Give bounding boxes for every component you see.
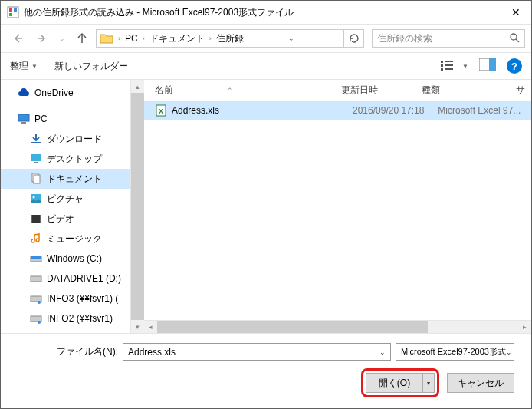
- svg-rect-30: [31, 256, 41, 259]
- forward-button[interactable]: [31, 29, 53, 48]
- scroll-thumb[interactable]: [157, 321, 428, 334]
- scroll-left-icon[interactable]: ◂: [144, 321, 157, 334]
- svg-rect-1: [9, 8, 12, 12]
- back-button[interactable]: [7, 29, 28, 48]
- sidebar-videos[interactable]: ビデオ: [1, 209, 130, 229]
- column-size[interactable]: サ: [510, 84, 531, 97]
- open-button[interactable]: 開く(O): [366, 373, 422, 393]
- horizontal-scrollbar[interactable]: ◂ ▸: [144, 320, 531, 333]
- videos-icon: [30, 213, 42, 225]
- file-type: Microsoft Excel 97...: [432, 105, 531, 116]
- sidebar-pictures[interactable]: ピクチャ: [1, 189, 130, 209]
- cancel-button[interactable]: キャンセル: [447, 373, 514, 393]
- address-bar[interactable]: › PC › ドキュメント › 住所録 ⌄: [96, 29, 364, 48]
- drive-icon: [30, 252, 42, 265]
- sort-asc-icon: ⌃: [227, 87, 233, 94]
- sidebar-scrollbar[interactable]: ▴ ▾: [131, 80, 144, 333]
- sidebar-pc[interactable]: PC: [1, 109, 130, 129]
- chevron-right-icon: ›: [209, 35, 212, 42]
- arrow-right-icon: [35, 31, 49, 45]
- sidebar-downloads[interactable]: ダウンロード: [1, 129, 130, 149]
- column-type[interactable]: 種類: [415, 84, 510, 97]
- open-button-highlight: 開く(O) ▾: [361, 368, 439, 397]
- navigation-bar: ⌄ › PC › ドキュメント › 住所録 ⌄ 住所録の検索: [1, 25, 531, 52]
- svg-rect-28: [40, 215, 41, 223]
- svg-rect-23: [34, 175, 40, 183]
- svg-rect-3: [14, 8, 17, 12]
- breadcrumb-pc[interactable]: PC: [125, 33, 138, 44]
- breadcrumb-folder[interactable]: 住所録: [216, 32, 244, 45]
- svg-point-25: [33, 196, 35, 199]
- scroll-right-icon[interactable]: ▸: [518, 321, 531, 334]
- close-button[interactable]: ✕: [501, 1, 531, 25]
- up-button[interactable]: [71, 29, 93, 48]
- search-placeholder: 住所録の検索: [377, 32, 432, 45]
- titlebar: 他の住所録形式の読み込み - Microsoft Excel97-2003形式フ…: [1, 1, 531, 25]
- network-drive-icon: [30, 332, 42, 333]
- search-icon: [509, 32, 520, 45]
- sidebar-music[interactable]: ミュージック: [1, 229, 130, 249]
- history-dropdown[interactable]: ⌄: [56, 35, 68, 42]
- view-options-button[interactable]: ▼: [441, 60, 468, 72]
- svg-line-8: [516, 39, 519, 42]
- svg-rect-10: [441, 64, 443, 67]
- chevron-right-icon: ›: [118, 35, 120, 42]
- sidebar-system[interactable]: SYSTEM (Z:): [1, 328, 130, 333]
- svg-rect-18: [21, 122, 26, 124]
- arrow-left-icon: [11, 31, 25, 45]
- svg-rect-2: [9, 13, 12, 16]
- navigation-tree: OneDrive PC ダウンロード デスクトップ ドキュメント ピクチャ: [1, 80, 131, 333]
- cloud-icon: [18, 87, 30, 99]
- scroll-thumb[interactable]: [131, 93, 144, 320]
- address-dropdown[interactable]: ⌄: [288, 35, 299, 42]
- sidebar-info3[interactable]: INFO3 (¥¥fsvr1) (: [1, 289, 130, 308]
- list-view-icon: [441, 60, 459, 72]
- svg-point-7: [511, 34, 517, 40]
- svg-rect-11: [441, 68, 443, 71]
- search-input[interactable]: 住所録の検索: [372, 29, 525, 48]
- filename-input[interactable]: Address.xls ⌄: [123, 343, 391, 361]
- preview-pane-icon: [479, 58, 496, 71]
- sidebar-info2[interactable]: INFO2 (¥¥fsvr1): [1, 308, 130, 328]
- help-icon: ?: [511, 61, 517, 72]
- file-row[interactable]: X Address.xls 2016/09/20 17:18 Microsoft…: [144, 101, 531, 120]
- sidebar-ddrive[interactable]: DATADRIVE1 (D:): [1, 269, 130, 289]
- excel-file-icon: X: [155, 104, 167, 117]
- file-open-dialog: 他の住所録形式の読み込み - Microsoft Excel97-2003形式フ…: [0, 0, 532, 409]
- refresh-button[interactable]: [343, 30, 360, 47]
- svg-rect-31: [31, 276, 41, 282]
- filename-label: ファイル名(N):: [57, 345, 118, 358]
- svg-rect-21: [34, 162, 38, 163]
- arrow-up-icon: [75, 31, 89, 45]
- desktop-icon: [30, 153, 42, 165]
- filetype-select[interactable]: Microsoft Excel97-2003形式ファ ⌄: [396, 343, 514, 361]
- chevron-down-icon: ⌄: [506, 348, 512, 356]
- help-button[interactable]: ?: [507, 58, 522, 74]
- organize-button[interactable]: 整理▼: [10, 60, 38, 73]
- window-title: 他の住所録形式の読み込み - Microsoft Excel97-2003形式フ…: [24, 6, 501, 19]
- file-list: 名前⌃ 更新日時 種類 サ X Address.xls 2016/09/20 1…: [144, 80, 531, 333]
- svg-rect-9: [441, 61, 443, 63]
- svg-rect-26: [31, 215, 41, 223]
- svg-point-35: [38, 321, 41, 324]
- svg-rect-34: [31, 316, 41, 322]
- preview-pane-button[interactable]: [479, 58, 496, 74]
- svg-rect-16: [489, 58, 496, 71]
- open-button-dropdown[interactable]: ▾: [422, 373, 435, 393]
- chevron-down-icon: ⌄: [379, 348, 386, 356]
- chevron-down-icon: ▼: [462, 63, 468, 70]
- new-folder-button[interactable]: 新しいフォルダー: [54, 60, 128, 73]
- sidebar-onedrive[interactable]: OneDrive: [1, 83, 130, 103]
- folder-icon: [100, 31, 113, 45]
- column-name[interactable]: 名前⌃: [144, 84, 335, 97]
- sidebar-documents[interactable]: ドキュメント: [1, 169, 130, 189]
- svg-point-33: [38, 301, 41, 304]
- svg-rect-20: [31, 154, 41, 161]
- sidebar-desktop[interactable]: デスクトップ: [1, 149, 130, 169]
- breadcrumb-documents[interactable]: ドキュメント: [149, 32, 205, 45]
- scroll-up-icon[interactable]: ▴: [131, 80, 144, 93]
- sidebar-cdrive[interactable]: Windows (C:): [1, 249, 130, 269]
- column-date[interactable]: 更新日時: [335, 84, 415, 97]
- svg-text:X: X: [159, 107, 163, 115]
- scroll-down-icon[interactable]: ▾: [131, 320, 144, 333]
